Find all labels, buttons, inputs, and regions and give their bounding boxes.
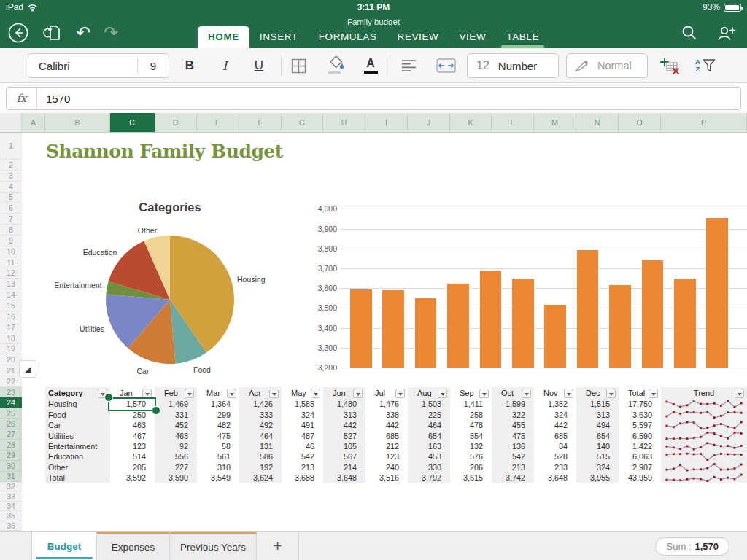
table-cell-mar[interactable]: 482	[197, 420, 231, 430]
filter-dropdown-sep[interactable]	[479, 389, 489, 398]
row-header-16[interactable]: 16	[0, 311, 22, 322]
table-cell-mar[interactable]: 3,549	[197, 472, 231, 483]
table-cell-may[interactable]: 3,688	[282, 472, 314, 483]
filter-dropdown-aug[interactable]	[438, 389, 447, 398]
table-cell-total[interactable]: 43,959	[619, 472, 652, 483]
table-cell-jun[interactable]: 3,648	[323, 472, 357, 483]
undo-button[interactable]: ↶	[76, 23, 90, 43]
table-cell-dec[interactable]: 313	[576, 409, 610, 419]
borders-button[interactable]	[286, 53, 311, 78]
table-cell-category[interactable]: Education	[48, 451, 110, 462]
column-header-J[interactable]: J	[408, 113, 450, 133]
table-cell-aug[interactable]: 1,503	[408, 399, 441, 409]
table-cell-may[interactable]: 1,585	[282, 399, 314, 409]
sheet-tab-expenses[interactable]: Expenses	[97, 532, 170, 560]
row-header-30[interactable]: 30	[0, 461, 22, 471]
row-header-1[interactable]: 1	[0, 133, 22, 160]
row-header-7[interactable]: 7	[0, 214, 22, 225]
table-cell-mar[interactable]: 475	[197, 430, 231, 440]
table-cell-jun[interactable]: 1,480	[323, 399, 357, 409]
table-cell-jun[interactable]: 527	[323, 430, 357, 440]
table-cell-nov[interactable]: 1,352	[534, 399, 568, 409]
table-cell-category[interactable]: Utilities	[48, 430, 110, 440]
alignment-button[interactable]	[395, 53, 422, 78]
table-cell-jul[interactable]: 338	[365, 409, 399, 419]
table-cell-total[interactable]: 1,422	[619, 441, 652, 451]
row-header-8[interactable]: 8	[0, 225, 22, 236]
selection-handle-bottom-right[interactable]	[152, 406, 160, 415]
table-cell-dec[interactable]: 324	[576, 462, 610, 472]
table-cell-nov[interactable]: 528	[534, 451, 568, 462]
table-cell-may[interactable]: 46	[282, 441, 314, 451]
redo-button[interactable]: ↷	[104, 23, 118, 43]
italic-button[interactable]: I	[214, 53, 236, 78]
row-header-23[interactable]: 23	[0, 387, 22, 397]
table-cell-mar[interactable]: 310	[197, 462, 231, 472]
table-cell-feb[interactable]: 556	[155, 451, 188, 462]
wrap-merge-button[interactable]	[432, 53, 460, 78]
column-header-B[interactable]: B	[45, 113, 110, 133]
row-header-11[interactable]: 11	[0, 257, 22, 268]
row-header-18[interactable]: 18	[0, 333, 22, 344]
column-header-P[interactable]: P	[661, 113, 747, 133]
table-cell-dec[interactable]: 654	[576, 430, 610, 440]
table-cell-total[interactable]: 17,750	[619, 399, 652, 409]
filter-dropdown-nov[interactable]	[564, 389, 573, 398]
table-cell-jan[interactable]: 123	[110, 441, 146, 451]
table-cell-jul[interactable]: 240	[365, 462, 399, 472]
column-header-G[interactable]: G	[282, 113, 323, 133]
table-cell-aug[interactable]: 163	[408, 441, 441, 451]
filter-dropdown-trend[interactable]	[735, 389, 744, 398]
sheet-canvas[interactable]: Shannon Family Budget Categories Housing…	[22, 133, 747, 531]
row-header-15[interactable]: 15	[0, 300, 22, 311]
filter-dropdown-dec[interactable]	[606, 389, 616, 398]
table-cell-nov[interactable]: 442	[534, 420, 568, 430]
sort-filter-button[interactable]: A Z	[690, 53, 721, 78]
bold-button[interactable]: B	[179, 53, 201, 78]
sheet-tab-budget[interactable]: Budget	[31, 532, 97, 560]
table-cell-may[interactable]: 542	[282, 451, 314, 462]
back-button[interactable]	[7, 22, 29, 44]
row-header-4[interactable]: 4	[0, 182, 22, 192]
row-header-34[interactable]: 34	[0, 502, 22, 511]
table-cell-sep[interactable]: 206	[450, 462, 483, 472]
table-cell-total[interactable]: 3,630	[619, 409, 652, 419]
table-cell-aug[interactable]: 654	[408, 430, 441, 440]
table-cell-dec[interactable]: 515	[576, 451, 610, 462]
insert-delete-cells-button[interactable]	[655, 53, 684, 78]
table-cell-oct[interactable]: 1,599	[492, 399, 525, 409]
table-cell-jan[interactable]: 463	[110, 420, 146, 430]
table-cell-jun[interactable]: 442	[323, 420, 357, 430]
table-cell-jul[interactable]: 212	[365, 441, 399, 451]
column-header-A[interactable]: A	[22, 113, 45, 133]
table-cell-may[interactable]: 213	[282, 462, 314, 472]
sum-badge[interactable]: Sum : 1,570	[655, 537, 729, 556]
filter-dropdown-jul[interactable]	[395, 389, 405, 398]
table-cell-dec[interactable]: 1,515	[576, 399, 610, 409]
table-cell-feb[interactable]: 463	[155, 430, 188, 440]
column-header-F[interactable]: F	[239, 113, 282, 133]
table-cell-oct[interactable]: 455	[492, 420, 525, 430]
table-cell-sep[interactable]: 554	[450, 430, 483, 440]
table-cell-nov[interactable]: 233	[534, 462, 568, 472]
row-header-12[interactable]: 12	[0, 268, 22, 279]
column-header-I[interactable]: I	[365, 113, 408, 133]
ribbon-tab-insert[interactable]: INSERT	[249, 26, 309, 48]
table-cell-sep[interactable]: 478	[450, 420, 483, 430]
table-cell-apr[interactable]: 586	[239, 451, 273, 462]
column-header-H[interactable]: H	[323, 113, 365, 133]
filter-dropdown-apr[interactable]	[269, 389, 279, 398]
table-cell-feb[interactable]: 227	[155, 462, 188, 472]
column-header-N[interactable]: N	[576, 113, 619, 133]
font-picker[interactable]: Calibri 9	[28, 53, 169, 78]
table-cell-total[interactable]: 6,063	[619, 451, 652, 462]
table-cell-total[interactable]: 6,590	[619, 430, 652, 440]
table-cell-apr[interactable]: 333	[239, 409, 273, 419]
table-cell-sep[interactable]: 1,411	[450, 399, 483, 409]
table-cell-jul[interactable]: 442	[365, 420, 399, 430]
table-cell-dec[interactable]: 140	[576, 441, 610, 451]
row-header-13[interactable]: 13	[0, 279, 22, 289]
row-header-6[interactable]: 6	[0, 203, 22, 214]
table-cell-aug[interactable]: 225	[408, 409, 441, 419]
sheet-tab-previous-years[interactable]: Previous Years	[170, 532, 257, 560]
